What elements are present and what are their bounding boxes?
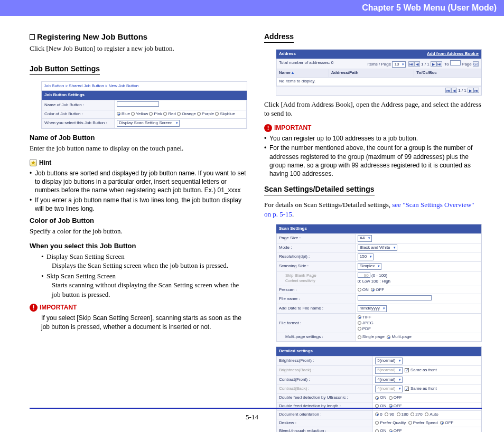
same-as-front-checkbox[interactable]: [405, 368, 409, 372]
same-as-front-checkbox[interactable]: [405, 387, 409, 391]
important-icon: !: [30, 304, 38, 312]
radio-icon[interactable]: [131, 112, 135, 116]
radio-icon[interactable]: [375, 429, 379, 432]
right-column: Address AddressAdd from Address Book ▸ T…: [264, 32, 482, 432]
add-from-address-book-link[interactable]: Add from Address Book ▸: [427, 51, 479, 57]
job-button-settings-screenshot: Job Button > Shared Job Button > New Job…: [41, 81, 247, 129]
pager-first-icon[interactable]: ⏮: [445, 88, 451, 93]
radio-icon[interactable]: [389, 429, 393, 432]
pager-next-icon[interactable]: ▶: [431, 61, 436, 67]
panel-title: Job Button Settings: [42, 91, 247, 100]
row-label: Name of Job Button :: [42, 100, 115, 110]
when-list: Display Scan Setting Screen Displays the…: [41, 252, 247, 299]
when-item-desc: Displays the Scan Setting screen when th…: [52, 261, 247, 270]
col-tocc[interactable]: To/Cc/Bcc: [414, 69, 481, 78]
radio-icon[interactable]: [117, 112, 120, 116]
hint-heading: ★ Hint: [30, 158, 247, 167]
radio-icon[interactable]: [149, 112, 153, 116]
radio-icon[interactable]: [375, 396, 379, 400]
important-heading: ! IMPORTANT: [30, 303, 247, 312]
panel-title: AddressAdd from Address Book ▸: [276, 50, 481, 59]
side-select[interactable]: Simplex: [358, 263, 381, 270]
radio-icon[interactable]: [163, 112, 167, 116]
pager-last-icon[interactable]: ⏭: [473, 88, 479, 93]
pager-prev-icon[interactable]: ◀: [451, 88, 457, 93]
radio-icon[interactable]: [358, 335, 361, 339]
name-input[interactable]: [117, 101, 159, 107]
hint-icon: ★: [30, 159, 37, 166]
when-select[interactable]: Display Scan Setting Screen: [117, 120, 179, 127]
brightness-front-select[interactable]: 5(normal): [375, 358, 402, 364]
radio-icon[interactable]: [375, 421, 379, 425]
important-text: If you select [Skip Scan Setting Screen]…: [41, 314, 247, 331]
radio-icon[interactable]: [389, 396, 393, 400]
when-item-desc: Starts scanning without displaying the S…: [52, 280, 247, 299]
address-heading: Address: [264, 32, 294, 43]
important-heading: ! IMPORTANT: [264, 124, 482, 132]
scan-settings-desc: For details on Scan Settings/Detailed se…: [264, 200, 482, 219]
section-bullet-icon: [30, 34, 35, 40]
address-desc: Click [Add from Address Book], open the …: [264, 100, 482, 118]
radio-icon[interactable]: [358, 321, 361, 325]
pagesize-select[interactable]: A4: [358, 235, 372, 242]
panel-title: Detailed settings: [276, 347, 481, 356]
color-options[interactable]: Blue Yellow Pink Red Orange Purple Skybl…: [115, 110, 247, 119]
adddate-select[interactable]: mmddyyyy: [358, 305, 387, 312]
section-intro: Click [New Job Button] to register a new…: [30, 44, 247, 53]
hint-item: If you enter a job button name that is t…: [30, 196, 247, 213]
scan-settings-screenshot: Scan Settings Page Size :A4 Mode :Black …: [276, 224, 482, 342]
to-page-input[interactable]: [450, 60, 461, 65]
row-label: When you select this Job Button :: [42, 118, 115, 128]
brightness-back-select: 5(normal): [375, 367, 402, 374]
left-column: Registering New Job Buttons Click [New J…: [30, 32, 247, 432]
items-per-page-select[interactable]: 10: [392, 61, 406, 68]
pager-first-icon[interactable]: ⏮: [408, 61, 414, 67]
footer-divider: [30, 408, 482, 409]
hint-item: Job buttons are sorted and displayed by …: [30, 169, 247, 195]
empty-row: No items to display.: [277, 78, 481, 86]
radio-icon[interactable]: [408, 421, 412, 425]
important-icon: !: [264, 124, 272, 132]
panel-title: Scan Settings: [276, 224, 481, 233]
sensitivity-input: 90: [358, 273, 370, 278]
breadcrumb: Job Button > Shared Job Button > New Job…: [42, 82, 247, 91]
radio-icon[interactable]: [440, 421, 444, 425]
when-heading: When you select this Job Button: [30, 241, 247, 251]
pager-next-icon[interactable]: ▶: [468, 88, 473, 93]
important-item: You can register up to 100 addresses to …: [264, 134, 482, 143]
radio-icon[interactable]: [358, 315, 361, 319]
col-address[interactable]: Address/Path: [329, 69, 414, 78]
important-item: For the number mentioned above, the coun…: [264, 144, 482, 178]
contrast-back-select: 4(normal): [375, 386, 402, 392]
color-desc: Specify a color for the job button.: [30, 227, 247, 236]
filename-input[interactable]: [358, 295, 432, 300]
col-name[interactable]: Name ▴: [277, 69, 329, 78]
hint-list: Job buttons are sorted and displayed by …: [30, 169, 247, 213]
name-heading: Name of Job Button: [30, 133, 247, 143]
name-desc: Enter the job button name to display on …: [30, 144, 247, 153]
when-item: Skip Scan Setting Screen Starts scanning…: [41, 271, 247, 299]
scan-settings-heading: Scan Settings/Detailed settings: [264, 184, 375, 195]
go-button[interactable]: Go: [473, 61, 479, 67]
when-item: Display Scan Setting Screen Displays the…: [41, 252, 247, 270]
radio-icon[interactable]: [358, 327, 361, 331]
chapter-header: Chapter 5 Web Menu (User Mode): [0, 0, 504, 16]
radio-icon[interactable]: [215, 112, 219, 116]
address-screenshot: AddressAdd from Address Book ▸ Total num…: [276, 49, 482, 96]
pager-prev-icon[interactable]: ◀: [414, 61, 420, 67]
radio-icon[interactable]: [197, 112, 201, 116]
mode-select[interactable]: Black and White: [358, 245, 397, 251]
radio-icon[interactable]: [371, 288, 375, 292]
contrast-front-select[interactable]: 4(normal): [375, 377, 402, 383]
important-list: You can register up to 100 addresses to …: [264, 134, 482, 178]
radio-icon[interactable]: [177, 112, 181, 116]
pager-last-icon[interactable]: ⏭: [436, 61, 442, 67]
color-heading: Color of Job Button: [30, 216, 247, 226]
total-addresses: Total number of addresses: 0: [279, 60, 333, 65]
radio-icon[interactable]: [358, 288, 361, 292]
page-number: 5-14: [0, 413, 504, 421]
radio-icon[interactable]: [387, 335, 390, 339]
job-button-settings-heading: Job Button Settings: [30, 64, 100, 75]
resolution-select[interactable]: 150: [358, 253, 374, 260]
section-title: Registering New Job Buttons: [30, 32, 247, 42]
